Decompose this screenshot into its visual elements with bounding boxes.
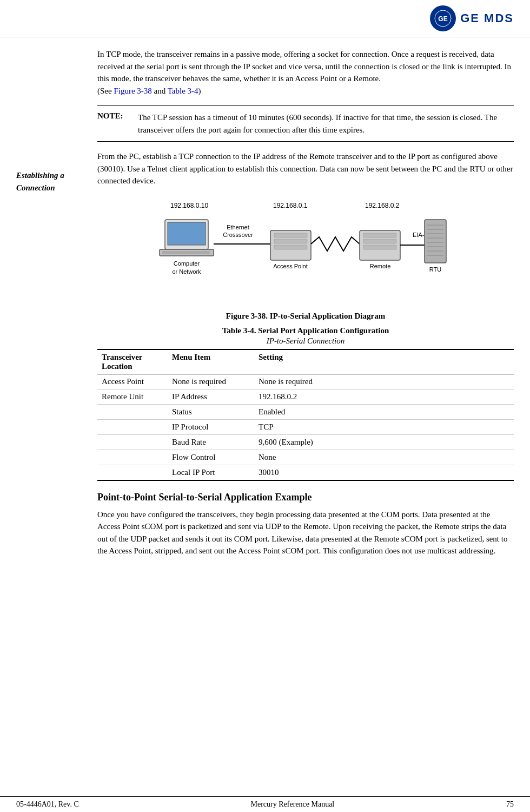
footer-center: Mercury Reference Manual <box>251 800 335 809</box>
svg-rect-6 <box>168 222 206 245</box>
note-label: NOTE: <box>97 111 132 136</box>
table-row: Flow ControlNone <box>97 450 514 465</box>
svg-text:Crosssover: Crosssover <box>223 232 253 238</box>
cell-menu: Flow Control <box>168 450 254 465</box>
svg-rect-22 <box>363 245 396 249</box>
cell-location <box>97 450 168 465</box>
cell-setting: None is required <box>254 374 514 389</box>
diagram-container: 192.168.0.10 192.168.0.1 192.168.0.2 Com… <box>97 198 514 306</box>
cell-setting: Enabled <box>254 404 514 419</box>
svg-rect-17 <box>274 245 307 249</box>
cell-location <box>97 419 168 434</box>
svg-rect-8 <box>162 251 210 254</box>
cell-setting: 30010 <box>254 465 514 480</box>
section-heading: Point-to-Point Serial-to-Serial Applicat… <box>97 492 514 503</box>
content-wrapper: Establishing a Connection In TCP mode, t… <box>0 37 530 564</box>
col-header-menu: Menu Item <box>168 349 254 374</box>
table-link[interactable]: Table 3-4 <box>168 87 198 95</box>
table-row: Access PointNone is requiredNone is requ… <box>97 374 514 389</box>
cell-menu: Local IP Port <box>168 465 254 480</box>
section-label: Establishing a Connection <box>16 169 87 194</box>
page-footer: 05-4446A01, Rev. C Mercury Reference Man… <box>0 796 530 812</box>
cell-menu: Baud Rate <box>168 434 254 450</box>
config-table: Transceiver Location Menu Item Setting A… <box>97 349 514 481</box>
svg-text:or Network: or Network <box>172 268 201 275</box>
footer-left: 05-4446A01, Rev. C <box>16 800 79 809</box>
cell-location: Remote Unit <box>97 389 168 404</box>
cell-menu: IP Protocol <box>168 419 254 434</box>
closing-paragraph: Once you have configured the transceiver… <box>97 509 514 557</box>
table-row: Local IP Port30010 <box>97 465 514 480</box>
logo-area: GE GE MDS <box>430 5 514 31</box>
cell-menu: Status <box>168 404 254 419</box>
cell-location <box>97 465 168 480</box>
table-row: Remote UnitIP Address192.168.0.2 <box>97 389 514 404</box>
svg-rect-15 <box>274 233 307 237</box>
svg-rect-20 <box>363 233 396 237</box>
cell-menu: None is required <box>168 374 254 389</box>
svg-rect-26 <box>425 220 446 263</box>
note-content: The TCP session has a timeout of 10 minu… <box>138 111 514 136</box>
cell-setting: None <box>254 450 514 465</box>
table-row: IP ProtocolTCP <box>97 419 514 434</box>
svg-rect-21 <box>363 239 396 243</box>
cell-setting: TCP <box>254 419 514 434</box>
svg-text:RTU: RTU <box>429 266 441 273</box>
table-subtitle: IP-to-Serial Connection <box>97 336 514 346</box>
page-header: GE GE MDS <box>0 0 530 37</box>
cell-menu: IP Address <box>168 389 254 404</box>
col-header-setting: Setting <box>254 349 514 374</box>
svg-text:Ethernet: Ethernet <box>227 224 249 230</box>
svg-rect-16 <box>274 239 307 243</box>
cell-location <box>97 404 168 419</box>
svg-text:192.168.0.2: 192.168.0.2 <box>365 202 400 209</box>
cell-setting: 192.168.0.2 <box>254 389 514 404</box>
cell-location: Access Point <box>97 374 168 389</box>
brand-name: GE MDS <box>460 11 514 25</box>
table-title: Table 3-4. Serial Port Application Confi… <box>97 326 514 335</box>
svg-text:192.168.0.10: 192.168.0.10 <box>170 202 208 209</box>
establishing-paragraph: From the PC, establish a TCP connection … <box>97 150 514 187</box>
fig-link[interactable]: Figure 3-38 <box>114 87 151 95</box>
svg-text:GE: GE <box>439 15 448 23</box>
table-row: Baud Rate9,600 (Example) <box>97 434 514 450</box>
footer-right: 75 <box>506 800 514 809</box>
cell-location <box>97 434 168 450</box>
svg-text:192.168.0.1: 192.168.0.1 <box>273 202 308 209</box>
svg-text:Access Point: Access Point <box>273 263 308 269</box>
cell-setting: 9,600 (Example) <box>254 434 514 450</box>
svg-text:Computer: Computer <box>174 260 200 267</box>
note-box: NOTE: The TCP session has a timeout of 1… <box>97 105 514 142</box>
svg-text:Remote: Remote <box>370 263 391 269</box>
intro-paragraph: In TCP mode, the transceiver remains in … <box>97 48 514 97</box>
left-sidebar: Establishing a Connection <box>0 37 92 564</box>
ge-logo-icon: GE <box>430 5 456 31</box>
main-content: In TCP mode, the transceiver remains in … <box>92 37 530 564</box>
diagram-svg: 192.168.0.10 192.168.0.1 192.168.0.2 Com… <box>97 198 514 306</box>
table-row: StatusEnabled <box>97 404 514 419</box>
col-header-location: Transceiver Location <box>97 349 168 374</box>
figure-caption: Figure 3-38. IP-to-Serial Application Di… <box>97 312 514 321</box>
